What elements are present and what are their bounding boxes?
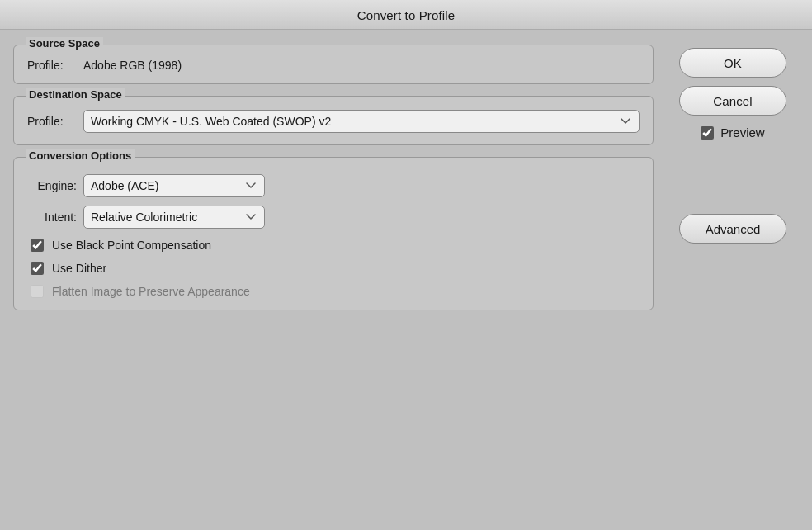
use-dither-row[interactable]: Use Dither	[27, 262, 640, 275]
dialog-body: Source Space Profile: Adobe RGB (1998) D…	[0, 30, 812, 530]
engine-select[interactable]: Adobe (ACE) Microsoft ICM	[83, 174, 265, 197]
black-point-label: Use Black Point Compensation	[52, 239, 211, 252]
destination-profile-row: Profile: Working CMYK - U.S. Web Coated …	[27, 110, 640, 133]
destination-profile-select[interactable]: Working CMYK - U.S. Web Coated (SWOP) v2…	[83, 110, 640, 133]
source-profile-key: Profile:	[27, 59, 77, 72]
conversion-options-section: Conversion Options Engine: Adobe (ACE) M…	[13, 157, 654, 310]
title-bar: Convert to Profile	[0, 0, 812, 30]
preview-label: Preview	[720, 125, 764, 140]
flatten-row: Flatten Image to Preserve Appearance	[27, 285, 640, 298]
source-profile-row: Profile: Adobe RGB (1998)	[27, 59, 640, 72]
dialog-title: Convert to Profile	[357, 8, 456, 22]
right-panel: OK Cancel Preview Advanced	[667, 45, 799, 515]
intent-key: Intent:	[27, 211, 77, 224]
preview-checkbox[interactable]	[701, 126, 714, 140]
advanced-button[interactable]: Advanced	[679, 214, 786, 244]
destination-space-label: Destination Space	[26, 88, 125, 101]
flatten-checkbox	[31, 285, 44, 298]
source-space-label: Source Space	[26, 37, 103, 50]
preview-row[interactable]: Preview	[701, 125, 764, 140]
engine-row: Engine: Adobe (ACE) Microsoft ICM	[27, 174, 640, 197]
black-point-row[interactable]: Use Black Point Compensation	[27, 239, 640, 252]
engine-key: Engine:	[27, 179, 77, 192]
flatten-label: Flatten Image to Preserve Appearance	[52, 285, 250, 298]
source-profile-value: Adobe RGB (1998)	[83, 59, 182, 72]
destination-profile-key: Profile:	[27, 115, 77, 128]
left-panel: Source Space Profile: Adobe RGB (1998) D…	[13, 45, 654, 515]
black-point-checkbox[interactable]	[31, 239, 44, 252]
conversion-options-label: Conversion Options	[26, 149, 135, 162]
intent-select[interactable]: Relative Colorimetric Perceptual Saturat…	[83, 206, 265, 229]
source-space-section: Source Space Profile: Adobe RGB (1998)	[13, 45, 654, 84]
cancel-button[interactable]: Cancel	[679, 86, 786, 116]
use-dither-checkbox[interactable]	[31, 262, 44, 275]
ok-button[interactable]: OK	[679, 48, 786, 78]
intent-row: Intent: Relative Colorimetric Perceptual…	[27, 206, 640, 229]
destination-space-section: Destination Space Profile: Working CMYK …	[13, 96, 654, 145]
use-dither-label: Use Dither	[52, 262, 106, 275]
